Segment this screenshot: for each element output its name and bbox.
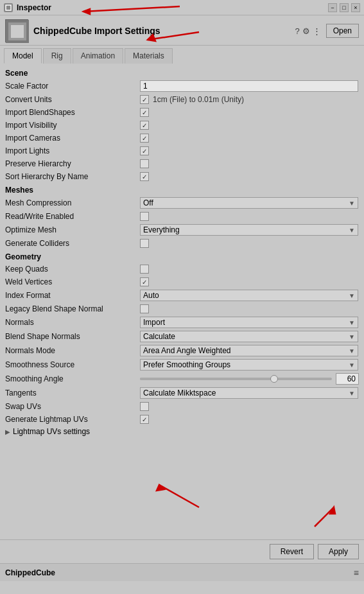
read-write-label: Read/Write Enabled xyxy=(5,212,140,221)
generate-colliders-checkbox[interactable] xyxy=(140,239,149,248)
keep-quads-checkbox[interactable] xyxy=(140,265,149,274)
smoothing-angle-thumb[interactable] xyxy=(270,375,278,383)
optimize-mesh-dropdown[interactable]: Everything ▼ xyxy=(140,224,358,236)
tangents-dropdown[interactable]: Calculate Mikktspace ▼ xyxy=(140,387,358,399)
import-lights-checkbox[interactable] xyxy=(140,146,149,155)
blend-shape-normals-row: Blend Shape Normals Calculate ▼ xyxy=(0,329,364,344)
bottom-bar-menu-icon[interactable]: ≡ xyxy=(354,568,359,578)
sort-hierarchy-checkbox[interactable] xyxy=(140,172,149,181)
header: ChippedCube Import Settings ? ⚙ ⋮ Open xyxy=(0,15,364,46)
import-cameras-label: Import Cameras xyxy=(5,134,140,143)
restore-button[interactable]: □ xyxy=(340,3,349,12)
preserve-hierarchy-row: Preserve Hierarchy xyxy=(0,157,364,170)
footer-buttons: Revert Apply xyxy=(0,539,364,563)
smoothing-angle-track[interactable] xyxy=(140,378,332,380)
normals-dropdown[interactable]: Import ▼ xyxy=(140,317,358,328)
convert-units-text: 1cm (File) to 0.01m (Unity) xyxy=(153,95,244,104)
window-icon xyxy=(4,3,13,12)
tangents-arrow: ▼ xyxy=(349,390,355,397)
bottom-bar-title: ChippedCube xyxy=(5,568,55,577)
apply-button[interactable]: Apply xyxy=(318,544,359,559)
asset-icon xyxy=(5,19,28,42)
open-button[interactable]: Open xyxy=(326,24,359,38)
preserve-hierarchy-checkbox[interactable] xyxy=(140,159,149,168)
normals-mode-value: Area And Angle Weighted xyxy=(143,346,231,355)
blend-shape-normals-label: Blend Shape Normals xyxy=(5,332,140,341)
import-cameras-checkbox[interactable] xyxy=(140,134,149,143)
import-lights-row: Import Lights xyxy=(0,144,364,157)
normals-mode-dropdown[interactable]: Area And Angle Weighted ▼ xyxy=(140,345,358,356)
tab-rig[interactable]: Rig xyxy=(43,48,71,64)
smoothness-source-row: Smoothness Source Prefer Smoothing Group… xyxy=(0,358,364,372)
sort-hierarchy-row: Sort Hierarchy By Name xyxy=(0,170,364,183)
generate-colliders-row: Generate Colliders xyxy=(0,237,364,250)
optimize-mesh-value: Everything xyxy=(143,225,180,234)
normals-mode-arrow: ▼ xyxy=(349,347,355,354)
tab-animation[interactable]: Animation xyxy=(73,48,123,64)
swap-uvs-label: Swap UVs xyxy=(5,402,140,411)
swap-uvs-checkbox[interactable] xyxy=(140,402,149,411)
generate-lightmap-uvs-label: Generate Lightmap UVs xyxy=(5,415,140,424)
revert-button[interactable]: Revert xyxy=(270,544,314,559)
blend-shape-normals-dropdown[interactable]: Calculate ▼ xyxy=(140,331,358,342)
minimize-button[interactable]: − xyxy=(328,3,337,12)
legacy-blend-shape-checkbox[interactable] xyxy=(140,304,149,313)
asset-title: ChippedCube Import Settings xyxy=(33,26,290,36)
window-title: Inspector xyxy=(17,3,324,12)
normals-mode-label: Normals Mode xyxy=(5,346,140,355)
import-visibility-checkbox[interactable] xyxy=(140,121,149,130)
tangents-label: Tangents xyxy=(5,389,140,397)
index-format-label: Index Format xyxy=(5,291,140,300)
generate-lightmap-uvs-checkbox[interactable] xyxy=(140,415,149,424)
smoothness-source-arrow: ▼ xyxy=(349,362,355,369)
normals-mode-row: Normals Mode Area And Angle Weighted ▼ xyxy=(0,344,364,358)
index-format-value: Auto xyxy=(143,291,159,300)
import-visibility-label: Import Visibility xyxy=(5,121,140,130)
mesh-compression-label: Mesh Compression xyxy=(5,198,140,207)
svg-rect-3 xyxy=(11,25,24,38)
help-icon[interactable]: ? xyxy=(295,26,299,36)
close-button[interactable]: × xyxy=(351,3,360,12)
generate-colliders-label: Generate Colliders xyxy=(5,239,140,248)
tab-materials[interactable]: Materials xyxy=(125,48,173,64)
meshes-section-header: Meshes xyxy=(0,183,364,196)
normals-value: Import xyxy=(143,318,165,327)
blend-shape-normals-arrow: ▼ xyxy=(349,333,355,340)
import-visibility-row: Import Visibility xyxy=(0,119,364,132)
scale-factor-row: Scale Factor xyxy=(0,79,364,93)
tab-model[interactable]: Model xyxy=(4,48,42,64)
blend-shape-normals-value: Calculate xyxy=(143,332,175,341)
mesh-compression-dropdown[interactable]: Off ▼ xyxy=(140,197,358,209)
smoothing-angle-slider-container xyxy=(140,373,359,385)
legacy-blend-shape-label: Legacy Blend Shape Normal xyxy=(5,304,140,313)
read-write-checkbox[interactable] xyxy=(140,212,149,221)
keep-quads-row: Keep Quads xyxy=(0,263,364,275)
title-bar-controls: − □ × xyxy=(328,3,360,12)
menu-icon[interactable]: ⋮ xyxy=(313,26,321,36)
mesh-compression-value: Off xyxy=(143,198,153,207)
smoothing-angle-value[interactable] xyxy=(336,373,359,385)
header-actions: ? ⚙ ⋮ xyxy=(295,26,320,36)
import-blend-shapes-row: Import BlendShapes xyxy=(0,106,364,119)
scene-section-header: Scene xyxy=(0,66,364,79)
import-blend-shapes-checkbox[interactable] xyxy=(140,108,149,117)
scale-factor-input[interactable] xyxy=(140,80,358,92)
settings-icon[interactable]: ⚙ xyxy=(302,26,310,36)
keep-quads-label: Keep Quads xyxy=(5,265,140,274)
convert-units-label: Convert Units xyxy=(5,95,140,104)
lightmap-uvs-settings-row[interactable]: ▶ Lightmap UVs settings xyxy=(0,426,364,437)
tangents-row: Tangents Calculate Mikktspace ▼ xyxy=(0,386,364,400)
index-format-dropdown[interactable]: Auto ▼ xyxy=(140,290,358,301)
convert-units-row: Convert Units 1cm (File) to 0.01m (Unity… xyxy=(0,93,364,106)
convert-units-checkbox[interactable] xyxy=(140,95,149,104)
smoothness-source-dropdown[interactable]: Prefer Smoothing Groups ▼ xyxy=(140,359,358,371)
import-blend-shapes-label: Import BlendShapes xyxy=(5,108,140,117)
import-lights-label: Import Lights xyxy=(5,146,140,155)
tabs-bar: Model Rig Animation Materials xyxy=(0,46,364,64)
optimize-mesh-arrow: ▼ xyxy=(349,227,355,234)
smoothing-angle-row: Smoothing Angle xyxy=(0,372,364,386)
weld-vertices-checkbox[interactable] xyxy=(140,277,149,286)
bottom-bar: ChippedCube ≡ xyxy=(0,563,364,581)
swap-uvs-row: Swap UVs xyxy=(0,400,364,413)
smoothness-source-label: Smoothness Source xyxy=(5,360,140,369)
